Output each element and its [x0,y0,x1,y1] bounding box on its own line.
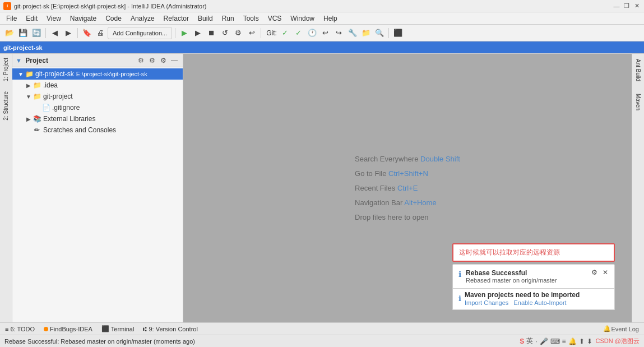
terminal-button[interactable]: ⬛ [392,27,404,39]
status-icon-s[interactable]: S [520,337,524,345]
status-icon-bell[interactable]: 🔔 [568,337,577,345]
tree-arrow-root: ▼ [17,71,25,77]
todo-icon: ≡ [5,326,8,332]
status-icon-up[interactable]: ⬆ [579,337,585,345]
git-check2[interactable]: ✓ [293,27,305,39]
import-changes-link[interactable]: Import Changes [465,299,508,306]
enable-auto-import-link[interactable]: Enable Auto-Import [513,299,566,306]
status-icon-en[interactable]: 英 [526,336,533,346]
chinese-tooltip: 这时候就可以拉取对应的远程资源 [452,243,615,262]
menu-item-view[interactable]: View [43,13,65,24]
sidebar-header: ▼ Project ⚙ ⚙ ⚙ — [12,54,183,67]
folder-icon-git-project: 📁 [33,92,41,100]
git-label: Git: [266,29,277,37]
editor-area: Search Everywhere Double Shift Go to Fil… [183,54,632,322]
event-log-button[interactable]: 🔔 Event Log [600,323,642,335]
findbugs-tab[interactable]: FindBugs-IDEA [41,325,95,334]
hint-search: Search Everywhere Double Shift [355,152,460,166]
git-clock[interactable]: 🕐 [306,27,318,39]
save-button[interactable]: 💾 [17,27,29,39]
project-strip-label[interactable]: 1: Project [2,55,10,84]
undo-button[interactable]: ↩ [245,27,258,39]
status-icon-kbd[interactable]: ⌨ [550,337,560,345]
git-undo2[interactable]: ↪ [333,27,345,39]
hint-drop: Drop files here to open [355,210,460,225]
sidebar-gear-button[interactable]: ⚙ [147,55,157,66]
bookmark-button[interactable]: 🔖 [81,27,93,39]
menu-item-help[interactable]: Help [319,13,341,24]
todo-label: 6: TODO [10,326,35,332]
back-button[interactable]: ◀ [49,27,61,39]
hint-search-key: Double Shift [420,155,460,163]
sidebar: ▼ Project ⚙ ⚙ ⚙ — ▼ 📁 git-project-sk E:\… [12,54,183,322]
tree-item-idea[interactable]: ▶ 📁 .idea [12,80,183,91]
status-icon-dot: · [535,337,537,345]
hint-navbar-text: Navigation Bar [355,198,404,207]
menu-item-tools[interactable]: Tools [239,13,263,24]
folder-icon-root: 📁 [25,70,34,78]
editor-hints: Search Everywhere Double Shift Go to Fil… [355,152,460,225]
sidebar-title: ▼ Project [16,57,136,64]
right-panel: Ant Build Maven [632,54,644,322]
add-configuration-button[interactable]: Add Configuration... [108,27,172,39]
open-button[interactable]: 📂 [3,27,16,39]
git-search[interactable]: 🔍 [373,27,386,39]
tree-label-scratches: Scratches and Consoles [43,126,116,134]
sync-button[interactable]: 🔄 [30,27,43,39]
git-check[interactable]: ✓ [279,27,291,39]
status-icon-menu[interactable]: ≡ [562,337,566,345]
menu-item-window[interactable]: Window [286,13,318,24]
chinese-tooltip-text: 这时候就可以拉取对应的远程资源 [459,248,560,256]
notification-area: 这时候就可以拉取对应的远程资源 ℹ Rebase Successful Reba… [452,243,615,289]
sidebar-sync-button[interactable]: ⚙ [136,55,146,66]
main-area: 1: Project 2: Structure ▼ Project ⚙ ⚙ ⚙ … [0,54,644,322]
tree-item-ext-libs[interactable]: ▶ 📚 External Libraries [12,113,183,124]
title-text: git-project-sk [E:\project-sk\git-projec… [14,3,613,10]
sidebar-collapse-button[interactable]: — [169,55,179,66]
menu-item-build[interactable]: Build [194,13,217,24]
forward-button[interactable]: ▶ [62,27,75,39]
stop-button[interactable]: ⏹ [205,27,217,39]
status-bar: Rebase Successful: Rebased master on ori… [0,335,644,347]
toolbar-separator-5 [388,28,389,38]
restore-button[interactable]: ❐ [623,2,631,10]
ant-build-tab[interactable]: Ant Build [633,56,643,84]
menu-item-run[interactable]: Run [218,13,238,24]
menu-item-vcs[interactable]: VCS [264,13,286,24]
menu-item-navigate[interactable]: Navigate [66,13,100,24]
status-icon-down[interactable]: ⬇ [587,337,592,345]
findbugs-label: FindBugs-IDEA [50,326,92,332]
version-control-tab[interactable]: ⑆ 9: Version Control [140,325,200,334]
menu-item-file[interactable]: File [2,13,21,24]
sidebar-settings-button[interactable]: ⚙ [158,55,168,66]
print-button[interactable]: 🖨 [94,27,106,39]
tree-item-git-project[interactable]: ▼ 📁 git-project [12,91,183,102]
tree-item-gitignore[interactable]: 📄 .gitignore [12,102,183,113]
tree-item-scratches[interactable]: ✏ Scratches and Consoles [12,124,183,136]
menu-item-analyze[interactable]: Analyze [127,13,159,24]
run-debug-button[interactable]: ▶ [192,27,204,39]
git-tool[interactable]: 🔧 [346,27,359,39]
tree-item-root[interactable]: ▼ 📁 git-project-sk E:\project-sk\git-pro… [12,68,183,80]
structure-strip-label[interactable]: 2: Structure [2,89,10,123]
terminal-tab[interactable]: ⬛ Terminal [99,324,137,334]
toolbar-separator-1 [45,28,46,38]
todo-tab[interactable]: ≡ 6: TODO [2,325,38,334]
notif-close-button[interactable]: ✕ [601,268,610,277]
menu-item-edit[interactable]: Edit [22,13,41,24]
run-button[interactable]: ▶ [178,27,191,39]
menu-item-code[interactable]: Code [101,13,126,24]
reload-button[interactable]: ↺ [219,27,231,39]
notif-gear-button[interactable]: ⚙ [590,268,599,277]
settings-button[interactable]: ⚙ [232,27,244,39]
minimize-button[interactable]: — [613,2,620,10]
maven-tab[interactable]: Maven [633,91,643,113]
hint-search-text: Search Everywhere [355,155,420,163]
git-folder[interactable]: 📁 [360,27,372,39]
tree-arrow-git-project: ▼ [25,94,33,100]
menu-item-refactor[interactable]: Refactor [160,13,193,24]
close-button[interactable]: ✕ [633,2,641,10]
git-undo[interactable]: ↩ [319,27,332,39]
hint-recent-key: Ctrl+E [397,184,418,192]
status-icon-mic[interactable]: 🎤 [540,337,548,345]
